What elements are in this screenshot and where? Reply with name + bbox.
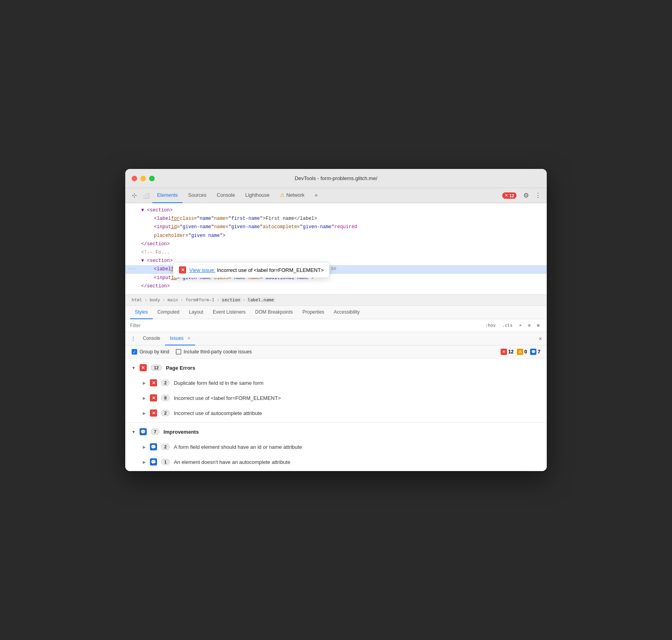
chevron-right-icon: ▶ <box>143 445 146 449</box>
add-style-button[interactable]: + <box>517 322 524 329</box>
dom-line[interactable]: placeholder="given name"> <box>125 232 547 240</box>
checkbox-checked-icon: ✓ <box>132 349 137 355</box>
improvement-icon: 💬 <box>530 349 536 355</box>
breadcrumb-section[interactable]: section <box>220 297 242 303</box>
tab-styles[interactable]: Styles <box>130 306 153 319</box>
dom-line[interactable]: <label for class="name" name="first-name… <box>125 215 547 223</box>
improvement-item-icon: 💬 <box>150 443 157 450</box>
issue-item-count: 2 <box>161 380 170 386</box>
error-badge[interactable]: ✕ 12 <box>502 192 517 199</box>
tooltip-error-icon: ✕ <box>179 266 186 273</box>
breadcrumb-body[interactable]: body <box>148 297 162 303</box>
maximize-button[interactable] <box>149 176 155 181</box>
third-party-checkbox[interactable]: Include third-party cookie issues <box>176 349 252 355</box>
filter-bar: :hov .cls + ≡ ⊞ <box>125 319 547 332</box>
group-by-kind-checkbox[interactable]: ✓ Group by kind <box>132 349 169 355</box>
improvements-group[interactable]: ▼ 💬 7 Improvements <box>125 424 547 439</box>
error-badge-icon: ✕ <box>505 193 508 198</box>
tab-issues[interactable]: Issues × <box>165 332 195 345</box>
dom-line[interactable]: ▼ <section> <box>125 206 547 215</box>
breadcrumb-html[interactable]: html <box>130 297 144 303</box>
toggle-styles-button[interactable]: ≡ <box>526 322 533 329</box>
inspect-icon[interactable]: ⊹ <box>128 190 140 201</box>
tab-console[interactable]: Console <box>212 188 240 203</box>
error-item-icon: ✕ <box>150 409 157 417</box>
warning-icon: ⚠ <box>280 192 285 198</box>
dom-line[interactable]: </section> <box>125 282 547 291</box>
bottom-panel-more[interactable]: ⋮ <box>128 334 138 343</box>
breadcrumb-main[interactable]: main <box>166 297 180 303</box>
minimize-button[interactable] <box>140 176 146 181</box>
bottom-panel: ⋮ Console Issues × × ✓ Group by kind Inc… <box>125 332 547 471</box>
error-count-badge: ✕ 12 <box>501 349 513 355</box>
filter-input[interactable] <box>130 323 480 328</box>
chevron-right-icon: ▶ <box>143 460 146 464</box>
error-icon: ✕ <box>501 349 507 355</box>
error-item-icon: ✕ <box>150 394 157 401</box>
issue-item[interactable]: ▶ ✕ 2 Incorrect use of autocomplete attr… <box>125 405 547 421</box>
device-mode-icon[interactable]: ⬜ <box>140 190 151 201</box>
tab-more[interactable]: » <box>310 188 322 203</box>
more-options-icon[interactable]: ⋮ <box>532 190 544 201</box>
improvement-count-badge: 💬 7 <box>530 349 540 355</box>
page-errors-icon: ✕ <box>140 364 147 371</box>
tab-properties[interactable]: Properties <box>298 306 329 319</box>
improvement-item-icon: 💬 <box>150 458 157 465</box>
improvements-count: 7 <box>151 429 159 435</box>
divider <box>125 422 547 423</box>
chevron-down-icon: ▼ <box>132 430 136 434</box>
issues-options-bar: ✓ Group by kind Include third-party cook… <box>125 345 547 359</box>
improvements-icon: 💬 <box>140 428 147 435</box>
breadcrumb: html › body › main › form#form-1 › secti… <box>125 295 547 306</box>
issue-tooltip: ✕ View issue: Incorrect use of <label fo… <box>173 262 330 278</box>
devtools-tab-bar: ⊹ ⬜ Elements Sources Console Lighthouse … <box>125 188 547 203</box>
close-button[interactable] <box>132 176 137 181</box>
breadcrumb-form[interactable]: form#form-1 <box>184 297 216 303</box>
traffic-lights <box>132 176 155 181</box>
tab-lighthouse[interactable]: Lighthouse <box>241 188 274 203</box>
tab-layout[interactable]: Layout <box>184 306 208 319</box>
tab-elements[interactable]: Elements <box>152 188 183 203</box>
issue-item[interactable]: ▶ ✕ 2 Duplicate form field id in the sam… <box>125 375 547 390</box>
page-errors-group[interactable]: ▼ ✕ 12 Page Errors <box>125 360 547 375</box>
window-title: DevTools - form-problems.glitch.me/ <box>295 175 377 181</box>
checkbox-unchecked-icon <box>176 349 181 355</box>
tab-console-bottom[interactable]: Console <box>138 332 165 345</box>
issue-item-count: 2 <box>161 444 170 450</box>
breadcrumb-label[interactable]: label.name <box>246 297 276 303</box>
tab-accessibility[interactable]: Accessibility <box>329 306 364 319</box>
styles-tab-bar: Styles Computed Layout Event Listeners D… <box>125 306 547 319</box>
issue-item[interactable]: ▶ ✕ 8 Incorrect use of <label for=FORM_E… <box>125 390 547 405</box>
titlebar: DevTools - form-problems.glitch.me/ <box>125 169 547 188</box>
tab-event-listeners[interactable]: Event Listeners <box>208 306 251 319</box>
dom-line[interactable]: <input id="given-name" name="given-name"… <box>125 223 547 231</box>
error-item-icon: ✕ <box>150 379 157 386</box>
devtools-window: DevTools - form-problems.glitch.me/ ⊹ ⬜ … <box>125 169 547 471</box>
chevron-down-icon: ▼ <box>132 366 136 370</box>
issue-item-count: 8 <box>161 395 170 401</box>
issues-list: ▼ ✕ 12 Page Errors ▶ ✕ 2 Duplicate form … <box>125 359 547 471</box>
settings-icon[interactable]: ⚙ <box>521 190 532 201</box>
warning-count-badge: ⚠ 0 <box>517 349 527 355</box>
tab-sources[interactable]: Sources <box>183 188 211 203</box>
close-panel-icon[interactable]: × <box>537 334 544 343</box>
issue-item-count: 1 <box>161 459 170 465</box>
dom-panel: ▼ <section> <label for class="name" name… <box>125 203 547 295</box>
warning-icon: ⚠ <box>517 349 523 355</box>
chevron-right-icon: ▶ <box>143 396 146 400</box>
dom-line[interactable]: </section> <box>125 240 547 248</box>
tab-network[interactable]: ⚠ Network <box>275 188 309 203</box>
bottom-tab-bar: ⋮ Console Issues × × <box>125 332 547 345</box>
issue-item[interactable]: ▶ 💬 1 An element doesn't have an autocom… <box>125 454 547 469</box>
toggle-layout-button[interactable]: ⊞ <box>534 322 542 329</box>
tab-dom-breakpoints[interactable]: DOM Breakpoints <box>251 306 298 319</box>
issue-item-count: 2 <box>161 410 170 416</box>
dom-line[interactable]: <!-- Fo... <box>125 248 547 257</box>
close-issues-tab[interactable]: × <box>188 336 190 341</box>
chevron-right-icon: ▶ <box>143 411 146 415</box>
tooltip-link[interactable]: View issue: <box>189 267 216 273</box>
hov-button[interactable]: :hov <box>483 322 498 329</box>
tab-computed[interactable]: Computed <box>153 306 184 319</box>
issue-item[interactable]: ▶ 💬 2 A form field element should have a… <box>125 439 547 454</box>
cls-button[interactable]: .cls <box>500 322 515 329</box>
